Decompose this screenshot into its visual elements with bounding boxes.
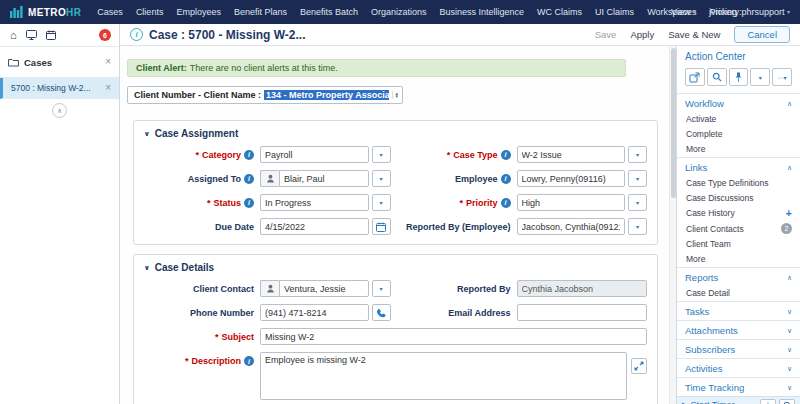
report-case-detail[interactable]: Case Detail <box>677 286 800 301</box>
nav-organizations[interactable]: Organizations <box>371 7 427 17</box>
add-case-history-button[interactable]: + <box>786 209 792 218</box>
client-selector[interactable]: Client Number - Client Name : 134 - Metr… <box>127 86 403 104</box>
info-icon[interactable]: i <box>244 356 254 366</box>
info-icon[interactable]: i <box>501 198 511 208</box>
close-case-item-icon[interactable]: × <box>105 83 111 93</box>
nav-benefits-batch[interactable]: Benefits Batch <box>300 7 358 17</box>
sidebar-case-item[interactable]: 5700 : Missing W-2... × <box>0 78 119 99</box>
phone-number-input[interactable] <box>260 304 369 321</box>
time-tracking-section-header[interactable]: Time Tracking∨ <box>677 377 800 396</box>
status-dropdown-button[interactable]: ▾ <box>372 194 391 211</box>
workflow-activate[interactable]: Activate <box>677 112 800 127</box>
description-expand-button[interactable] <box>631 358 647 374</box>
nav-ui-claims[interactable]: UI Claims <box>595 7 634 17</box>
workflow-complete[interactable]: Complete <box>677 127 800 142</box>
start-timer-button[interactable]: ▶Start Timer <box>682 400 734 404</box>
nav-employees[interactable]: Employees <box>176 7 221 17</box>
assigned-to-person-button[interactable] <box>260 170 279 187</box>
case-type-dropdown-button[interactable]: ▾ <box>628 146 647 163</box>
link-client-team[interactable]: Client Team <box>677 237 800 252</box>
reports-section-header[interactable]: Reports∧ <box>677 267 800 286</box>
scrollbar-thumb[interactable] <box>671 48 676 198</box>
vertical-scrollbar[interactable] <box>669 46 676 404</box>
link-client-contacts[interactable]: Client Contacts2 <box>677 221 800 237</box>
case-type-input[interactable] <box>517 146 626 163</box>
subject-input[interactable] <box>260 328 647 345</box>
top-navigation: METROHR Cases Clients Employees Benefit … <box>0 0 800 24</box>
nav-cases[interactable]: Cases <box>97 7 123 17</box>
employee-input[interactable] <box>517 170 626 187</box>
phone-call-button[interactable] <box>372 304 391 321</box>
chevron-down-icon: ▾ <box>636 199 639 206</box>
link-case-discussions[interactable]: Case Discussions <box>677 191 800 206</box>
reported-by-employee-dropdown-button[interactable]: ▾ <box>628 218 647 235</box>
client-contact-input[interactable] <box>279 280 369 297</box>
reported-by-employee-input[interactable] <box>517 218 626 235</box>
cancel-button[interactable]: Cancel <box>734 26 790 43</box>
case-details-header[interactable]: ∨ Case Details <box>144 260 647 280</box>
sidebar-collapse-button[interactable]: ∧ <box>52 103 67 118</box>
client-contact-dropdown-button[interactable]: ▾ <box>372 280 391 297</box>
case-assignment-section: ∨ Case Assignment *Categoryi ▾ *Case Typ… <box>133 120 658 245</box>
assigned-to-dropdown-button[interactable]: ▾ <box>372 170 391 187</box>
due-date-calendar-button[interactable] <box>372 218 391 235</box>
client-spinner[interactable]: ▴▾ <box>392 91 400 99</box>
sidebar-cases-group[interactable]: Cases × <box>0 47 119 78</box>
due-date-input[interactable] <box>260 218 369 235</box>
workflow-more[interactable]: More <box>677 142 800 157</box>
info-icon[interactable]: i <box>501 174 511 184</box>
email-address-input[interactable] <box>517 304 648 321</box>
user-menu[interactable]: jvickery:phrsupport ▾ <box>709 7 790 17</box>
priority-input[interactable] <box>517 194 626 211</box>
subscribers-section-header[interactable]: Subscribers∨ <box>677 339 800 358</box>
assigned-to-input[interactable] <box>279 170 369 187</box>
link-case-history[interactable]: Case History+ <box>677 206 800 221</box>
add-button[interactable]: + <box>760 399 776 404</box>
activities-section-header[interactable]: Activities∨ <box>677 358 800 377</box>
view-menu[interactable]: View ▾ <box>671 7 696 17</box>
apply-button[interactable]: Apply <box>630 29 654 40</box>
metrohr-logo-icon <box>10 6 23 18</box>
main-nav: Cases Clients Employees Benefit Plans Be… <box>97 7 671 17</box>
link-case-type-definitions[interactable]: Case Type Definitions <box>677 176 800 191</box>
footer-search-button[interactable] <box>779 399 795 404</box>
main-column: i Case : 5700 - Missing W-2... Save Appl… <box>120 24 800 404</box>
client-contact-person-button[interactable] <box>260 280 279 297</box>
category-input[interactable] <box>260 146 369 163</box>
more-actions-button[interactable]: ⋯▾ <box>772 68 792 86</box>
save-button[interactable]: Save <box>595 29 617 40</box>
employee-dropdown-button[interactable]: ▾ <box>628 170 647 187</box>
brand-logo[interactable]: METROHR <box>10 6 81 18</box>
links-section-header[interactable]: Links∧ <box>677 157 800 176</box>
tasks-section-header[interactable]: Tasks∨ <box>677 301 800 320</box>
priority-dropdown-button[interactable]: ▾ <box>628 194 647 211</box>
status-input[interactable] <box>260 194 369 211</box>
info-icon[interactable]: i <box>244 198 254 208</box>
chevron-down-icon: ▾ <box>787 9 790 15</box>
calendar-icon[interactable] <box>46 30 56 40</box>
save-and-new-button[interactable]: Save & New <box>668 29 720 40</box>
case-assignment-header[interactable]: ∨ Case Assignment <box>144 126 647 146</box>
info-icon[interactable]: i <box>244 174 254 184</box>
notification-badge[interactable]: 6 <box>99 29 111 41</box>
nav-business-intelligence[interactable]: Business Intelligence <box>440 7 525 17</box>
info-icon[interactable]: i <box>501 150 511 160</box>
chevron-down-icon: ∨ <box>787 365 792 373</box>
expand-icon <box>634 361 644 371</box>
action-search-button[interactable] <box>707 68 727 86</box>
open-in-window-button[interactable] <box>685 68 705 86</box>
attachments-section-header[interactable]: Attachments∨ <box>677 320 800 339</box>
links-more[interactable]: More <box>677 252 800 267</box>
home-icon[interactable]: ⌂ <box>10 30 17 41</box>
nav-wc-claims[interactable]: WC Claims <box>537 7 582 17</box>
nav-clients[interactable]: Clients <box>136 7 164 17</box>
category-dropdown-button[interactable]: ▾ <box>372 146 391 163</box>
description-textarea[interactable]: Employee is missing W-2 <box>260 352 627 400</box>
workflow-section-header[interactable]: Workflow∧ <box>677 93 800 112</box>
pin-button[interactable] <box>729 68 749 86</box>
nav-benefit-plans[interactable]: Benefit Plans <box>234 7 287 17</box>
info-icon[interactable]: i <box>244 150 254 160</box>
action-dropdown-button[interactable]: ▾ <box>750 68 770 86</box>
monitor-icon[interactable] <box>26 30 37 40</box>
close-cases-group-icon[interactable]: × <box>105 57 111 67</box>
